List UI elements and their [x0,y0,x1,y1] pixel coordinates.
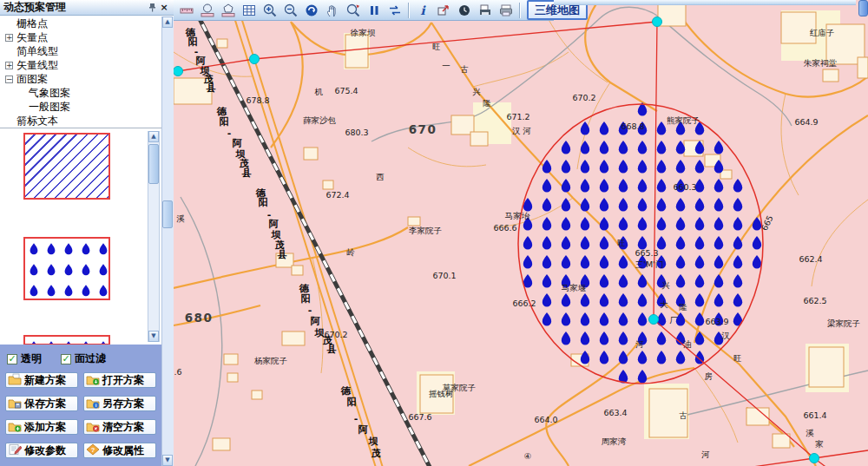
folder-new-icon [8,373,22,388]
pan-hand-icon[interactable] [322,1,343,19]
scroll-down-icon[interactable]: ▼ [162,455,173,466]
svg-text:i: i [420,3,426,17]
scrollbar-thumb[interactable] [148,144,159,184]
folder-save-icon [8,397,22,411]
folder-add-button[interactable]: 添加方案 [5,419,78,435]
rain-pattern-overlay[interactable] [523,102,761,383]
main-road [227,0,384,466]
tree-item-label: 栅格点 [16,16,48,31]
sketch-lines [178,22,868,466]
pattern-list: ▲ ▼ [0,128,161,345]
map-toolbar: i三维地图 [174,0,554,21]
swap-arrows-icon[interactable] [385,1,405,19]
pin-icon[interactable] [146,2,158,13]
grid-icon[interactable] [239,1,260,19]
edit-props-icon: ? [86,443,100,458]
toolbar-separator [408,3,410,18]
tree-item-面图案[interactable]: −面图案 [0,72,161,86]
gray-roads [181,7,868,466]
map-canvas[interactable]: 徐家坝红庙子朱家祠堂678.8机675.4薛家沙包680.3670671.2汉 … [174,0,868,466]
button-label: 清空方案 [102,420,144,435]
checkbox-box[interactable]: ✓ [61,354,71,364]
checkbox-label: 透明 [21,351,42,366]
button-label: 保存方案 [24,397,66,411]
tree-item-label: 矢量点 [16,30,48,45]
panel-titlebar: 动态预案管理 × [0,0,174,16]
export-icon[interactable] [433,1,454,19]
expand-icon[interactable]: + [5,62,13,69]
vertex-handle[interactable] [810,454,819,463]
zoom-out-icon[interactable] [280,1,301,19]
folder-open-icon [86,373,100,388]
zoom-select-icon[interactable] [343,1,364,19]
edit-params-icon [8,443,22,458]
map-scroll-corner[interactable] [858,0,868,16]
buildings [174,3,868,450]
checkbox-box[interactable]: ✓ [7,354,17,364]
info-icon[interactable]: i [412,1,433,19]
map-graphics [174,0,868,466]
print-preview-icon[interactable] [475,1,496,19]
scrollbar-thumb[interactable] [162,200,173,228]
vertex-handle[interactable] [250,55,260,64]
tree-item-简单线型[interactable]: 简单线型 [0,44,161,58]
button-label: 另存方案 [102,397,144,411]
checkbox-面过滤[interactable]: ✓面过滤 [61,351,106,366]
pattern-swatch-rain-drops[interactable] [23,237,110,300]
map-top-strip [554,0,856,5]
pattern-list-scrollbar[interactable]: ▲ ▼ [148,131,160,342]
folder-clear-button[interactable]: 清空方案 [83,419,156,435]
vertex-handles[interactable] [174,17,819,463]
pause-icon[interactable] [364,1,385,19]
panel-title: 动态预案管理 [3,0,66,15]
expand-icon[interactable]: + [5,34,13,42]
scroll-up-icon[interactable]: ▲ [148,131,159,142]
tree-item-label: 一般图案 [29,100,70,115]
tree-item-label: 气象图案 [29,86,70,101]
clock-icon[interactable] [454,1,475,19]
folder-add-icon [8,420,22,435]
close-icon[interactable]: × [158,2,170,13]
button-label: 添加方案 [24,420,66,435]
scroll-down-icon[interactable]: ▼ [148,331,159,342]
folder-open-button[interactable]: 打开方案 [83,372,156,388]
checkbox-row: ✓透明✓面过滤 [7,351,158,366]
measure-length-icon[interactable] [176,1,197,19]
vertex-handle[interactable] [653,17,662,27]
tree-item-箭标文本[interactable]: 箭标文本 [0,114,161,128]
vertex-handle[interactable] [649,315,659,325]
plan-manager-panel: 动态预案管理 × 栅格点+矢量点简单线型+矢量线型−面图案气象图案一般图案箭标文… [0,0,174,466]
checkbox-label: 面过滤 [75,351,106,366]
button-label: 打开方案 [102,373,144,388]
scroll-up-icon[interactable]: ▲ [162,16,173,28]
print-icon[interactable] [496,1,516,19]
tree-item-矢量线型[interactable]: +矢量线型 [0,58,161,72]
button-label: 新建方案 [24,373,66,388]
edit-props-button[interactable]: ?修改属性 [83,443,156,458]
measure-polygon-icon[interactable] [218,1,239,19]
svg-text:?: ? [91,445,95,453]
refresh-globe-icon[interactable] [301,1,322,19]
railway [195,10,431,466]
checkbox-透明[interactable]: ✓透明 [7,351,42,366]
parcel-lines [174,0,868,443]
tree-item-栅格点[interactable]: 栅格点 [0,16,161,30]
folder-saveas-button[interactable]: i另存方案 [83,396,156,411]
pattern-swatch-diagonal-hatch[interactable] [23,133,110,200]
button-label: 修改参数 [24,443,66,458]
plan-buttons: 新建方案打开方案保存方案i另存方案添加方案清空方案修改参数?修改属性 [5,372,158,458]
measure-circle-icon[interactable] [197,1,218,19]
collapse-icon[interactable]: − [5,75,13,83]
zoom-in-icon[interactable] [260,1,280,19]
edit-params-button[interactable]: 修改参数 [5,443,78,458]
vertex-handle[interactable] [174,67,183,76]
sidebar-scrollbar[interactable]: ▲ ▼ [161,16,174,466]
plan-actions-panel: ✓透明✓面过滤 新建方案打开方案保存方案i另存方案添加方案清空方案修改参数?修改… [0,345,161,466]
tree-item-气象图案[interactable]: 气象图案 [0,86,161,100]
tree-item-一般图案[interactable]: 一般图案 [0,100,161,114]
folder-new-button[interactable]: 新建方案 [5,372,78,388]
toolbar-separator [519,3,521,18]
folder-save-button[interactable]: 保存方案 [5,396,78,411]
tree-item-矢量点[interactable]: +矢量点 [0,30,161,44]
tree-item-label: 箭标文本 [16,114,58,128]
